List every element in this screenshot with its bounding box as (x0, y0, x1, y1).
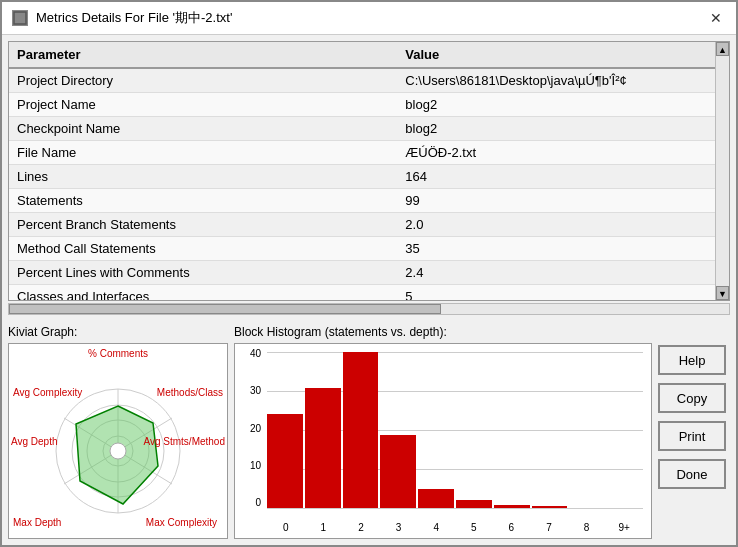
table-wrapper: Parameter Value Project DirectoryC:\User… (8, 41, 730, 301)
param-cell: Lines (9, 165, 397, 189)
table-scroll[interactable]: Parameter Value Project DirectoryC:\User… (9, 42, 715, 300)
histogram-bar (532, 506, 568, 508)
histogram-bar (456, 500, 492, 508)
table-row: Checkpoint Nameblog2 (9, 117, 715, 141)
y-label-10: 10 (250, 460, 261, 471)
help-button[interactable]: Help (658, 345, 726, 375)
window-icon (12, 10, 28, 26)
histogram-label: Block Histogram (statements vs. depth): (234, 325, 652, 339)
y-label-0: 0 (255, 497, 261, 508)
kiviat-graph: % Comments Methods/Class Avg Stmts/Metho… (8, 343, 228, 539)
x-label: 2 (342, 522, 380, 533)
param-cell: Classes and Interfaces (9, 285, 397, 301)
value-cell: 164 (397, 165, 715, 189)
x-axis: 0123456789+ (267, 516, 643, 538)
histogram-bar (267, 414, 303, 508)
metrics-table: Parameter Value Project DirectoryC:\User… (9, 42, 715, 300)
svg-rect-1 (16, 14, 20, 18)
value-cell: blog2 (397, 93, 715, 117)
kiviat-label: Kiviat Graph: (8, 325, 228, 339)
table-row: Percent Lines with Comments2.4 (9, 261, 715, 285)
x-label: 9+ (605, 522, 643, 533)
param-cell: Percent Branch Statements (9, 213, 397, 237)
table-row: File NameÆÚÖÐ-2.txt (9, 141, 715, 165)
h-scroll-thumb[interactable] (9, 304, 441, 314)
param-cell: Checkpoint Name (9, 117, 397, 141)
k-label-methods: Methods/Class (157, 387, 223, 398)
scroll-up[interactable]: ▲ (716, 42, 729, 56)
param-cell: Statements (9, 189, 397, 213)
col-header-value: Value (397, 42, 715, 68)
histogram-section: Block Histogram (statements vs. depth): … (234, 325, 652, 539)
print-button[interactable]: Print (658, 421, 726, 451)
table-row: Lines164 (9, 165, 715, 189)
scrollbar[interactable]: ▲ ▼ (715, 42, 729, 300)
table-row: Project DirectoryC:\Users\86181\Desktop\… (9, 68, 715, 93)
x-label: 5 (455, 522, 493, 533)
main-window: Metrics Details For File '期中-2.txt' ✕ Pa… (0, 0, 738, 547)
table-row: Classes and Interfaces5 (9, 285, 715, 301)
k-label-avgdepth: Avg Depth (11, 436, 58, 447)
col-header-param: Parameter (9, 42, 397, 68)
table-row: Percent Branch Statements2.0 (9, 213, 715, 237)
table-row: Method Call Statements35 (9, 237, 715, 261)
value-cell: C:\Users\86181\Desktop\java\µÚ¶b'Î²¢ (397, 68, 715, 93)
param-cell: Project Directory (9, 68, 397, 93)
param-cell: Project Name (9, 93, 397, 117)
x-label: 3 (380, 522, 418, 533)
histogram-bar (343, 352, 379, 508)
x-label: 7 (530, 522, 568, 533)
histogram-bars (267, 352, 643, 508)
k-label-maxcomplexity: Max Complexity (146, 517, 217, 528)
value-cell: 99 (397, 189, 715, 213)
x-label: 0 (267, 522, 305, 533)
window-title: Metrics Details For File '期中-2.txt' (36, 9, 232, 27)
x-label: 1 (305, 522, 343, 533)
k-label-avgcomplexity: Avg Complexity (13, 387, 82, 398)
h-scrollbar[interactable] (8, 303, 730, 315)
table-row: Project Nameblog2 (9, 93, 715, 117)
histogram-bar (418, 489, 454, 508)
y-label-20: 20 (250, 423, 261, 434)
svg-point-13 (110, 443, 126, 459)
y-label-40: 40 (250, 348, 261, 359)
buttons-section: Help Copy Print Done (658, 325, 730, 539)
value-cell: 35 (397, 237, 715, 261)
param-cell: File Name (9, 141, 397, 165)
k-label-stmts: Avg Stmts/Method (143, 436, 225, 447)
kiviat-section: Kiviat Graph: (8, 325, 228, 539)
y-axis: 40 30 20 10 0 (235, 344, 263, 508)
title-bar: Metrics Details For File '期中-2.txt' ✕ (2, 2, 736, 35)
x-label: 6 (493, 522, 531, 533)
main-content: Parameter Value Project DirectoryC:\User… (2, 35, 736, 545)
value-cell: 2.4 (397, 261, 715, 285)
value-cell: ÆÚÖÐ-2.txt (397, 141, 715, 165)
histogram-bar (305, 388, 341, 508)
done-button[interactable]: Done (658, 459, 726, 489)
value-cell: 5 (397, 285, 715, 301)
table-row: Statements99 (9, 189, 715, 213)
histogram-bar (380, 435, 416, 508)
close-button[interactable]: ✕ (706, 8, 726, 28)
param-cell: Percent Lines with Comments (9, 261, 397, 285)
bottom-section: Kiviat Graph: (2, 319, 736, 545)
copy-button[interactable]: Copy (658, 383, 726, 413)
histogram-graph: 40 30 20 10 0 (234, 343, 652, 539)
param-cell: Method Call Statements (9, 237, 397, 261)
value-cell: blog2 (397, 117, 715, 141)
scroll-down[interactable]: ▼ (716, 286, 729, 300)
x-label: 4 (417, 522, 455, 533)
histogram-bar (494, 505, 530, 508)
value-cell: 2.0 (397, 213, 715, 237)
x-label: 8 (568, 522, 606, 533)
k-label-comments: % Comments (88, 348, 148, 359)
k-label-maxdepth: Max Depth (13, 517, 61, 528)
y-label-30: 30 (250, 385, 261, 396)
